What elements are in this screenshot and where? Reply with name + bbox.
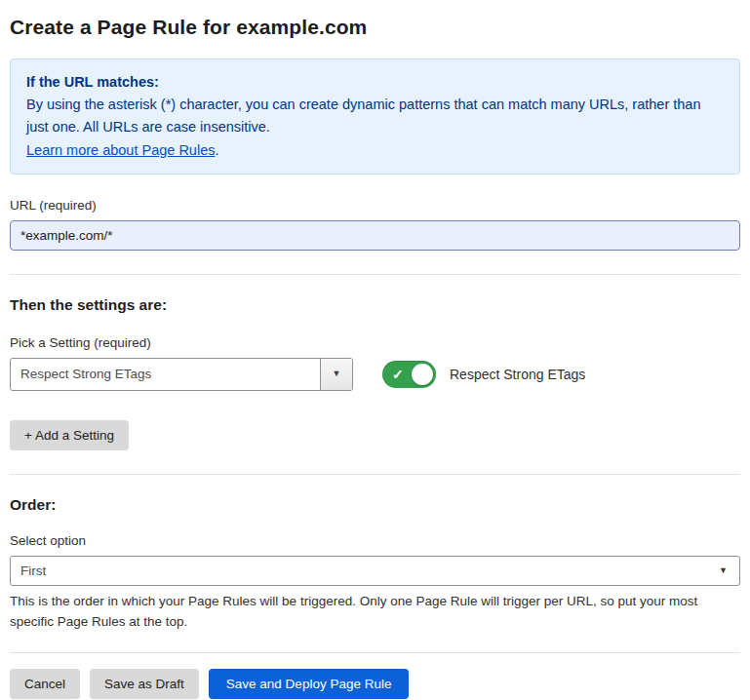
setting-select[interactable]: Respect Strong ETags ▼ [10,358,353,391]
url-label: URL (required) [10,198,740,213]
save-deploy-button[interactable]: Save and Deploy Page Rule [209,669,410,699]
check-icon: ✓ [392,367,404,382]
order-select[interactable]: First ▼ [10,556,740,586]
url-input[interactable] [10,220,740,251]
setting-select-value: Respect Strong ETags [11,359,320,390]
footer-actions: Cancel Save as Draft Save and Deploy Pag… [10,669,740,699]
toggle-knob [412,364,433,385]
cancel-button[interactable]: Cancel [10,669,80,699]
info-box-link-line: Learn more about Page Rules. [26,139,724,162]
section-divider [10,274,740,275]
order-select-value: First [11,557,739,585]
setting-row: Respect Strong ETags ▼ ✓ Respect Strong … [10,358,740,391]
chevron-down-icon: ▼ [719,566,728,575]
link-suffix: . [215,142,218,158]
select-option-label: Select option [10,533,740,548]
url-match-info-box: If the URL matches: By using the asteris… [10,58,740,175]
settings-heading: Then the settings are: [10,296,740,314]
save-draft-button[interactable]: Save as Draft [90,669,199,699]
add-setting-button[interactable]: + Add a Setting [10,420,129,450]
pick-setting-label: Pick a Setting (required) [10,335,740,350]
learn-more-link[interactable]: Learn more about Page Rules [26,142,215,158]
order-heading: Order: [10,496,740,514]
etags-toggle-label: Respect Strong ETags [450,367,585,382]
page-title: Create a Page Rule for example.com [10,16,740,39]
order-help-text: This is the order in which your Page Rul… [10,592,740,633]
section-divider [10,474,740,475]
chevron-down-icon: ▼ [333,369,341,378]
info-box-heading: If the URL matches: [26,71,724,94]
footer-divider [10,652,740,653]
setting-select-caret-button[interactable]: ▼ [320,359,352,390]
page-rule-form: Create a Page Rule for example.com If th… [10,16,740,699]
etags-toggle[interactable]: ✓ [382,361,436,388]
info-box-body: By using the asterisk (*) character, you… [26,94,724,138]
